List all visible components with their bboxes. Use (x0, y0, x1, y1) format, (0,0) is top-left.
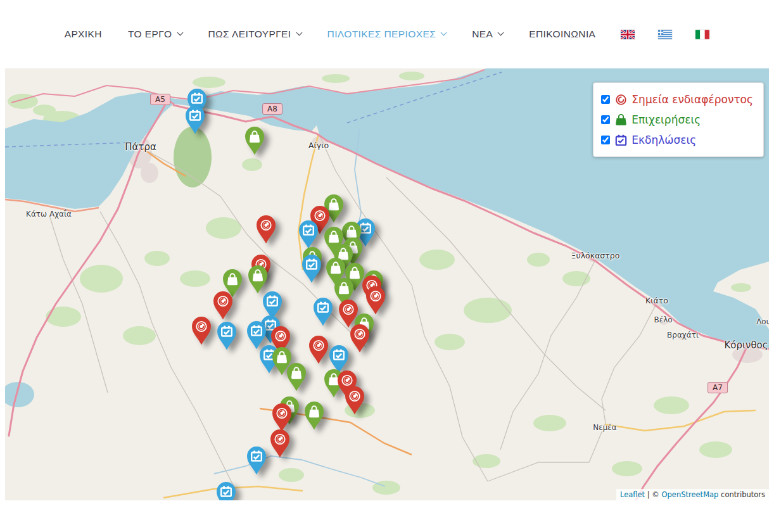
map-marker-event[interactable] (184, 105, 206, 134)
chevron-down-icon (177, 30, 183, 36)
nav-item-5[interactable]: ΕΠΙΚΟΙΝΩΝΙΑ (529, 28, 595, 40)
layer-legend: Σημεία ενδιαφέροντοςΕπιχειρήσειςΕκδηλώσε… (593, 82, 764, 157)
map-marker-event[interactable] (215, 321, 238, 350)
attribution-separator: | (645, 490, 652, 499)
nav-item-label: ΠΩΣ ΛΕΙΤΟΥΡΓΕΙ (208, 28, 291, 40)
map-marker-business[interactable] (243, 126, 266, 155)
chevron-down-icon (498, 30, 504, 36)
legend-row-event: Εκδηλώσεις (601, 130, 753, 150)
legend-label-event: Εκδηλώσεις (631, 134, 696, 146)
openstreetmap-link[interactable]: OpenStreetMap (661, 490, 718, 499)
legend-checkbox-poi[interactable] (601, 95, 610, 104)
main-nav: ΑΡΧΙΚΗΤΟ ΕΡΓΟΠΩΣ ΛΕΙΤΟΥΡΓΕΙΠΙΛΟΤΙΚΕΣ ΠΕΡ… (65, 28, 596, 40)
greek-flag-icon[interactable] (658, 30, 672, 39)
map-marker-event[interactable] (312, 297, 334, 326)
nav-item-label: ΑΡΧΙΚΗ (65, 28, 102, 40)
nav-item-0[interactable]: ΑΡΧΙΚΗ (65, 28, 102, 40)
nav-item-3[interactable]: ΠΙΛΟΤΙΚΕΣ ΠΕΡΙΟΧΕΣ (327, 28, 447, 40)
legend-checkbox-event[interactable] (601, 136, 610, 144)
leaflet-link[interactable]: Leaflet (620, 490, 645, 499)
site-header: ΑΡΧΙΚΗΤΟ ΕΡΓΟΠΩΣ ΛΕΙΤΟΥΡΓΕΙΠΙΛΟΤΙΚΕΣ ΠΕΡ… (0, 0, 774, 68)
nav-item-1[interactable]: ΤΟ ΕΡΓΟ (128, 28, 182, 40)
map-marker-poi[interactable] (364, 286, 387, 315)
leaflet-map[interactable]: ΠάτραΚόρινθοςΑίγιοΞυλόκαστροΚιάτοΒέλοΒρα… (5, 68, 769, 500)
nav-item-label: ΤΟ ΕΡΓΟ (128, 28, 172, 40)
chevron-down-icon (296, 30, 302, 36)
copyright-symbol: © (652, 490, 661, 499)
map-attribution: Leaflet | © OpenStreetMap contributors (616, 489, 769, 500)
map-marker-poi[interactable] (348, 324, 371, 353)
italian-flag-icon[interactable] (695, 30, 709, 39)
legend-row-business: Επιχειρήσεις (601, 110, 753, 130)
map-marker-event[interactable] (300, 254, 323, 283)
map-marker-poi[interactable] (307, 335, 330, 364)
nav-item-label: ΠΙΛΟΤΙΚΕΣ ΠΕΡΙΟΧΕΣ (327, 28, 436, 40)
map-marker-event[interactable] (245, 446, 268, 475)
legend-row-poi: Σημεία ενδιαφέροντος (601, 89, 753, 110)
map-marker-poi[interactable] (343, 386, 366, 415)
nav-item-2[interactable]: ΠΩΣ ΛΕΙΤΟΥΡΓΕΙ (208, 28, 301, 40)
map-marker-business[interactable] (303, 401, 326, 430)
chevron-down-icon (441, 30, 447, 36)
legend-label-business: Επιχειρήσεις (631, 113, 701, 126)
map-marker-poi[interactable] (212, 291, 234, 320)
poi-swirl-icon (615, 94, 627, 106)
calendar-check-icon (615, 134, 627, 146)
map-marker-event[interactable] (215, 481, 238, 500)
map-marker-poi[interactable] (190, 316, 213, 345)
map-marker-poi[interactable] (270, 403, 293, 432)
map-marker-poi[interactable] (269, 429, 291, 458)
shopping-bag-icon (615, 114, 627, 126)
nav-item-4[interactable]: ΝΕΑ (472, 28, 503, 40)
map-marker-event[interactable] (297, 220, 320, 249)
map-marker-business[interactable] (246, 265, 269, 294)
map-marker-business[interactable] (285, 362, 308, 391)
contributors-text: contributors (718, 490, 765, 499)
english-flag-icon[interactable] (621, 30, 635, 39)
nav-item-label: ΝΕΑ (472, 28, 493, 40)
map-marker-poi[interactable] (255, 215, 277, 244)
language-switcher (621, 30, 709, 39)
legend-checkbox-business[interactable] (601, 115, 610, 124)
nav-item-label: ΕΠΙΚΟΙΝΩΝΙΑ (529, 28, 595, 40)
legend-label-poi: Σημεία ενδιαφέροντος (631, 93, 753, 106)
